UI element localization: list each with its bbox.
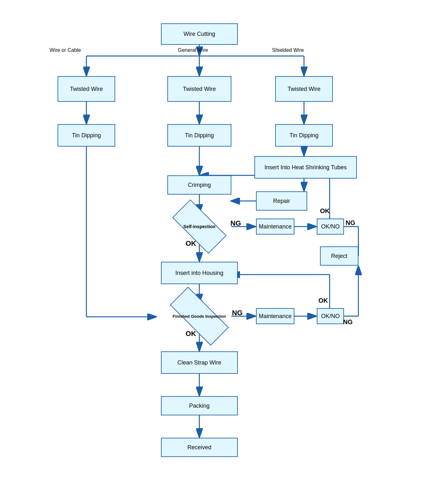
tin-dipping-center-box: Tin Dipping	[167, 124, 231, 147]
finished-inspection-diamond: Finished Goods Inspection	[171, 303, 228, 329]
finished-inspection-label: Finished Goods Inspection	[173, 314, 226, 319]
repair-box: Repair	[256, 191, 307, 211]
self-inspection-diamond: Self-inspection	[174, 214, 225, 239]
twisted-wire-right-box: Twisted Wire	[275, 76, 333, 102]
twisted-wire-center-box: Twisted Wire	[167, 76, 231, 102]
clean-strap-label: Clean Strap Wire	[177, 359, 221, 366]
insert-housing-label: Insert into Housing	[175, 270, 223, 276]
tin-dipping-left-label: Tin Dipping	[72, 132, 101, 139]
crimping-box: Crimping	[167, 175, 231, 195]
insert-heat-label: Insert Into Heat Shrinking Tubes	[264, 164, 347, 171]
ok4-label: OK	[318, 297, 328, 304]
insert-housing-box: Insert into Housing	[161, 262, 238, 284]
ok-no1-box: OK/NO	[317, 219, 344, 235]
ng2-label: NG	[346, 219, 355, 227]
ng4-label: NG	[343, 318, 353, 326]
wire-cutting-box: Wire Cutting	[161, 23, 238, 45]
packing-box: Packing	[161, 396, 238, 415]
maintenance1-box: Maintenance	[256, 219, 294, 235]
ok-no2-label: OK/NO	[321, 313, 340, 320]
received-box: Received	[161, 438, 238, 457]
maintenance2-box: Maintenance	[256, 308, 294, 324]
insert-heat-box: Insert Into Heat Shrinking Tubes	[254, 156, 357, 179]
tin-dipping-left-box: Tin Dipping	[58, 124, 115, 147]
twisted-wire-center-label: Twisted Wire	[183, 86, 216, 92]
reject-box: Reject	[320, 246, 358, 266]
wire-cutting-label: Wire Cutting	[183, 31, 215, 37]
ok1-label: OK	[186, 239, 196, 248]
tin-dipping-right-label: Tin Dipping	[290, 132, 318, 139]
flowchart: Wire Cutting Wire or Cable General Wire …	[0, 0, 448, 480]
repair-label: Repair	[273, 198, 290, 204]
tin-dipping-center-label: Tin Dipping	[185, 132, 214, 139]
ng1-label: NG	[230, 219, 241, 228]
reject-label: Reject	[331, 253, 347, 260]
maintenance1-label: Maintenance	[259, 223, 292, 230]
wire-cable-label: Wire or Cable	[50, 47, 81, 53]
ok-no2-box: OK/NO	[317, 308, 344, 324]
crimping-label: Crimping	[188, 182, 211, 188]
twisted-wire-right-label: Twisted Wire	[287, 86, 320, 92]
tin-dipping-right-box: Tin Dipping	[275, 124, 333, 147]
ok3-label: OK	[186, 330, 196, 338]
self-inspection-label: Self-inspection	[183, 224, 215, 229]
received-label: Received	[187, 444, 211, 451]
clean-strap-box: Clean Strap Wire	[161, 351, 238, 374]
ng3-label: NG	[232, 309, 243, 317]
general-wire-label: General Wire	[178, 47, 208, 53]
ok-no1-label: OK/NO	[321, 223, 340, 230]
shielded-wire-label: Shielded Wire	[272, 47, 304, 53]
twisted-wire-left-box: Twisted Wire	[58, 76, 115, 102]
twisted-wire-left-label: Twisted Wire	[70, 86, 103, 92]
ok2-label: OK	[320, 207, 330, 215]
packing-label: Packing	[189, 403, 210, 409]
maintenance2-label: Maintenance	[259, 313, 292, 320]
